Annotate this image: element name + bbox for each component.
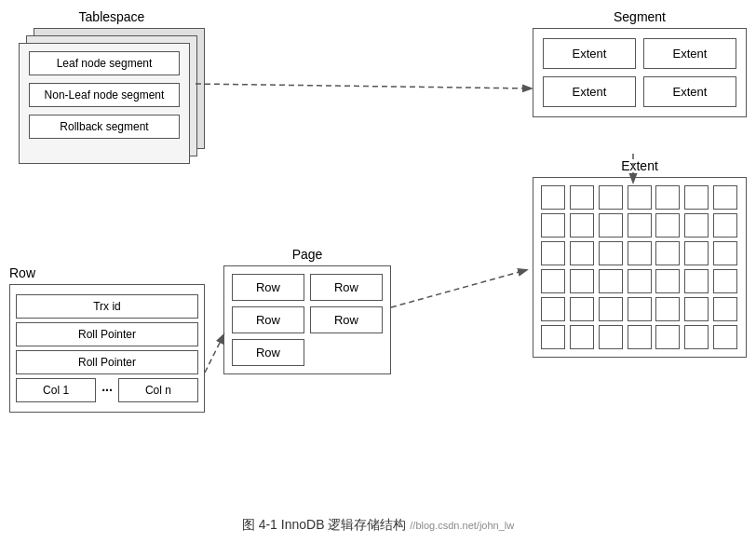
extent-cell (570, 269, 594, 293)
extent-cell (628, 213, 652, 238)
page-label: Page (223, 247, 391, 262)
page-area: Page Row Row Row Row Row (223, 247, 391, 374)
svg-line-3 (205, 335, 223, 373)
extent-cell (570, 325, 594, 349)
extent-cell (628, 269, 652, 293)
extent-container (533, 177, 747, 358)
extent-cell (713, 185, 737, 210)
page-container: Row Row Row Row Row (223, 265, 391, 374)
extent-cell (628, 297, 652, 321)
non-leaf-node-segment: Non-Leaf node segment (29, 83, 180, 107)
row-area: Row Trx id Roll Pointer Roll Pointer Col… (9, 265, 205, 413)
extent-cell (655, 325, 680, 349)
extent-cell (570, 241, 594, 265)
segment-grid: Extent Extent Extent Extent (543, 38, 736, 107)
caption: 图 4-1 InnoDB 逻辑存储结构 //blog.csdn.net/john… (0, 517, 756, 534)
extent-cell (541, 269, 565, 293)
extent-cell (541, 185, 565, 210)
extent-cell (541, 213, 565, 238)
page-row-3: Row (310, 306, 383, 333)
extent-cell (655, 185, 680, 210)
extent-cell (570, 297, 594, 321)
extent-cell (599, 213, 623, 238)
segment-container: Extent Extent Extent Extent (533, 28, 747, 117)
extent-label: Extent (533, 158, 747, 173)
extent-cell (655, 269, 680, 293)
dots: ··· (101, 383, 113, 398)
extent-cell (655, 241, 680, 265)
extent-cell (655, 213, 680, 238)
roll-pointer-field-2: Roll Pointer (16, 350, 198, 374)
extent-cell (570, 185, 594, 210)
extent-cell (628, 241, 652, 265)
extent-cell (684, 213, 709, 238)
extent-cell (628, 325, 652, 349)
extent-cell (713, 213, 737, 238)
row-label: Row (9, 265, 205, 280)
extent-cell (599, 297, 623, 321)
page-row-1: Row (310, 274, 383, 301)
leaf-node-segment: Leaf node segment (29, 51, 180, 75)
caption-sub: //blog.csdn.net/john_lw (410, 520, 514, 531)
stack-front: Leaf node segment Non-Leaf node segment … (19, 43, 190, 164)
extent-cell (599, 241, 623, 265)
extent-cell (541, 297, 565, 321)
extent-area: Extent (533, 158, 747, 358)
extent-cell (684, 297, 709, 321)
extent-grid (541, 185, 738, 349)
extent-box-0: Extent (543, 38, 636, 69)
caption-text: 图 4-1 InnoDB 逻辑存储结构 (242, 517, 407, 532)
row-container: Trx id Roll Pointer Roll Pointer Col 1 ·… (9, 284, 205, 413)
extent-cell (628, 185, 652, 210)
extent-cell (655, 297, 680, 321)
svg-line-2 (391, 270, 526, 307)
extent-cell (684, 325, 709, 349)
extent-cell (570, 213, 594, 238)
page-grid: Row Row Row Row Row (232, 274, 383, 366)
rollback-segment: Rollback segment (29, 115, 180, 139)
page-row-2: Row (232, 306, 304, 333)
page-row-4: Row (232, 339, 304, 366)
segment-area: Segment Extent Extent Extent Extent (533, 9, 747, 117)
tablespace-area: Tablespace Leaf node segment Non-Leaf no… (9, 9, 214, 172)
roll-pointer-field-1: Roll Pointer (16, 322, 198, 346)
extent-cell (541, 325, 565, 349)
extent-cell (599, 269, 623, 293)
col-row: Col 1 ··· Col n (16, 378, 198, 402)
extent-cell (713, 269, 737, 293)
tablespace-stack: Leaf node segment Non-Leaf node segment … (19, 28, 205, 172)
extent-box-3: Extent (643, 76, 736, 107)
extent-box-1: Extent (643, 38, 736, 69)
extent-box-2: Extent (543, 76, 636, 107)
extent-cell (684, 269, 709, 293)
extent-cell (713, 241, 737, 265)
segment-label: Segment (533, 9, 747, 24)
col-n-box: Col n (118, 378, 198, 402)
extent-cell (541, 241, 565, 265)
page-row-0: Row (232, 274, 304, 301)
svg-line-0 (196, 84, 531, 88)
extent-cell (684, 185, 709, 210)
extent-cell (684, 241, 709, 265)
trx-id-field: Trx id (16, 294, 198, 319)
extent-cell (713, 325, 737, 349)
extent-cell (599, 185, 623, 210)
col-1-box: Col 1 (16, 378, 96, 402)
extent-cell (599, 325, 623, 349)
extent-cell (713, 297, 737, 321)
tablespace-label: Tablespace (9, 9, 214, 24)
